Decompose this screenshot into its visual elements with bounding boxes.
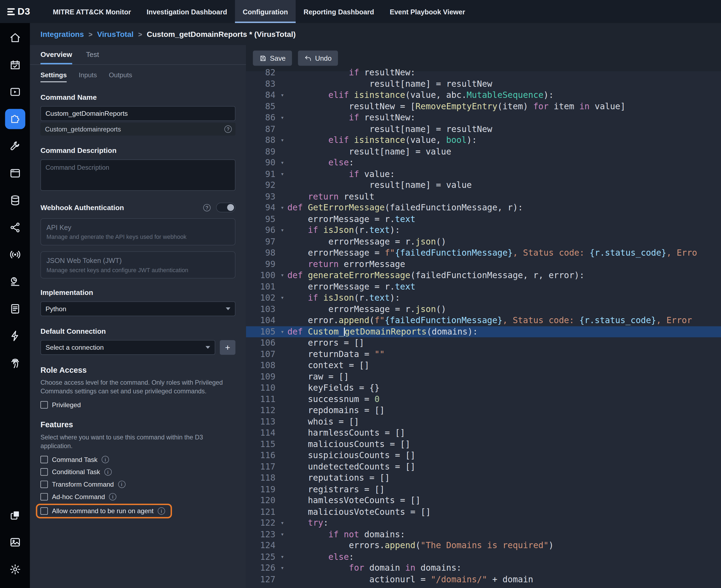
code-line-97[interactable]: 97errorMessage = r.json() xyxy=(246,236,721,247)
save-button[interactable]: Save xyxy=(253,50,292,66)
feature-transform-command[interactable]: Transform Command i xyxy=(40,480,236,488)
nav-configuration[interactable]: Configuration xyxy=(235,0,296,23)
code-line-109[interactable]: 109raw = [] xyxy=(246,371,721,382)
code-line-87[interactable]: 87result[name] = resultNew xyxy=(246,123,721,135)
sidebar-database-icon[interactable] xyxy=(0,187,30,214)
subtab-inputs[interactable]: Inputs xyxy=(79,71,97,82)
code-line-121[interactable]: 121maliciousVoteCounts = [] xyxy=(246,506,721,518)
sidebar-media-icon[interactable] xyxy=(0,528,30,555)
code-line-93[interactable]: 93return result xyxy=(246,191,721,202)
fold-arrow-icon[interactable]: ▾ xyxy=(277,326,287,337)
code-line-111[interactable]: 111successnum = 0 xyxy=(246,394,721,405)
code-line-83[interactable]: 83result[name] = resultNew xyxy=(246,78,721,90)
feature-conditional-task[interactable]: Conditional Task i xyxy=(40,468,236,476)
tab-overview[interactable]: Overview xyxy=(40,50,72,64)
default-connection-select[interactable]: Select a connection xyxy=(40,340,215,355)
subtab-settings[interactable]: Settings xyxy=(40,71,67,82)
fold-arrow-icon[interactable]: ▾ xyxy=(277,202,287,214)
feature-allow-run-on-agent[interactable]: Allow command to be run on agent i xyxy=(40,507,165,514)
fold-arrow-icon[interactable]: ▾ xyxy=(277,112,287,124)
code-line-114[interactable]: 114harmlessCounts = [] xyxy=(246,427,721,439)
jwt-card[interactable]: JSON Web Token (JWT) Manage secret keys … xyxy=(40,251,236,278)
info-icon[interactable]: i xyxy=(102,456,109,463)
command-task-checkbox[interactable] xyxy=(40,456,48,463)
code-line-94[interactable]: 94▾def GetErrorMessage(failedFunctionMes… xyxy=(246,202,721,214)
fold-arrow-icon[interactable]: ▾ xyxy=(277,292,287,303)
breadcrumb-virustotal[interactable]: VirusTotal xyxy=(97,29,134,38)
sidebar-gear-icon[interactable] xyxy=(0,555,30,583)
adhoc-command-checkbox[interactable] xyxy=(40,493,48,500)
code-line-99[interactable]: 99return errorMessage xyxy=(246,259,721,270)
fold-arrow-icon[interactable]: ▾ xyxy=(277,157,287,169)
fold-arrow-icon[interactable]: ▾ xyxy=(277,90,287,101)
code-line-113[interactable]: 113whois = [] xyxy=(246,416,721,427)
code-line-82[interactable]: 82if resultNew: xyxy=(246,67,721,78)
code-line-110[interactable]: 110keyFields = {} xyxy=(246,382,721,394)
sidebar-video-icon[interactable] xyxy=(0,78,30,105)
code-line-86[interactable]: 86▾if resultNew: xyxy=(246,112,721,124)
code-line-115[interactable]: 115maliciousCounts = [] xyxy=(246,439,721,450)
command-description-input[interactable]: Command Description xyxy=(40,160,236,191)
sidebar-broadcast-icon[interactable] xyxy=(0,241,30,268)
code-line-104[interactable]: 104error.append(f"{failedFunctionMessage… xyxy=(246,315,721,326)
info-icon[interactable]: i xyxy=(118,480,125,488)
feature-adhoc-command[interactable]: Ad-hoc Command i xyxy=(40,493,236,500)
breadcrumb-integrations[interactable]: Integrations xyxy=(40,29,84,38)
info-icon[interactable]: i xyxy=(109,493,116,500)
feature-command-task[interactable]: Command Task i xyxy=(40,456,236,463)
code-line-102[interactable]: 102▾if isJson(r.text): xyxy=(246,292,721,303)
code-line-117[interactable]: 117undetectedCounts = [] xyxy=(246,461,721,472)
fold-arrow-icon[interactable]: ▾ xyxy=(277,551,287,563)
fold-arrow-icon[interactable]: ▾ xyxy=(277,135,287,146)
sidebar-wrench-icon[interactable] xyxy=(0,132,30,160)
code-line-101[interactable]: 101errorMessage = r.text xyxy=(246,281,721,293)
code-line-98[interactable]: 98errorMessage = f"{failedFunctionMessag… xyxy=(246,247,721,259)
code-line-123[interactable]: 123▾if not domains: xyxy=(246,529,721,540)
sidebar-copy-icon[interactable] xyxy=(0,501,30,528)
code-line-119[interactable]: 119registrars = [] xyxy=(246,484,721,495)
nav-investigation-dashboard[interactable]: Investigation Dashboard xyxy=(139,0,235,23)
fold-arrow-icon[interactable]: ▾ xyxy=(277,529,287,540)
code-line-89[interactable]: 89result[name] = value xyxy=(246,146,721,157)
help-icon[interactable]: ? xyxy=(224,126,232,133)
code-line-85[interactable]: 85resultNew = [RemoveEmptyEntry(item) fo… xyxy=(246,101,721,112)
code-line-92[interactable]: 92result[name] = value xyxy=(246,180,721,191)
code-line-122[interactable]: 122▾try: xyxy=(246,518,721,529)
code-line-84[interactable]: 84▾elif isinstance(value, abc.MutableSeq… xyxy=(246,90,721,101)
fold-arrow-icon[interactable]: ▾ xyxy=(277,225,287,236)
subtab-outputs[interactable]: Outputs xyxy=(109,71,132,82)
info-icon[interactable]: i xyxy=(158,507,165,514)
code-line-112[interactable]: 112repdomains = [] xyxy=(246,405,721,416)
privileged-checkbox-row[interactable]: Privileged xyxy=(40,401,236,408)
fold-arrow-icon[interactable]: ▾ xyxy=(277,518,287,529)
nav-mitre-attck-monitor[interactable]: MITRE ATT&CK Monitor xyxy=(45,0,139,23)
code-line-103[interactable]: 103errorMessage = r.json() xyxy=(246,303,721,315)
code-line-88[interactable]: 88▾elif isinstance(value, bool): xyxy=(246,135,721,146)
nav-reporting-dashboard[interactable]: Reporting Dashboard xyxy=(296,0,382,23)
sidebar-window-icon[interactable] xyxy=(0,160,30,187)
code-line-116[interactable]: 116suspiciousCounts = [] xyxy=(246,450,721,461)
implementation-select[interactable]: Python xyxy=(40,301,236,316)
info-icon[interactable]: i xyxy=(104,468,112,476)
code-line-108[interactable]: 108context = [] xyxy=(246,360,721,371)
transform-command-checkbox[interactable] xyxy=(40,480,48,488)
code-line-125[interactable]: 125▾else: xyxy=(246,551,721,563)
add-connection-button[interactable]: + xyxy=(220,340,236,355)
allow-run-on-agent-checkbox[interactable] xyxy=(40,507,48,514)
sidebar-fingerprint-icon[interactable] xyxy=(0,349,30,376)
conditional-task-checkbox[interactable] xyxy=(40,468,48,476)
code-line-118[interactable]: 118reputations = [] xyxy=(246,472,721,484)
code-line-127[interactable]: 127actionurl = "/domains/" + domain xyxy=(246,574,721,585)
sidebar-lightning-icon[interactable] xyxy=(0,322,30,349)
code-line-100[interactable]: 100▾def generateErrorMessage(failedFunct… xyxy=(246,270,721,281)
api-key-card[interactable]: API Key Manage and generate the API keys… xyxy=(40,218,236,245)
d3-logo[interactable]: D3 xyxy=(0,0,39,23)
code-line-107[interactable]: 107returnData = "" xyxy=(246,349,721,360)
code-line-120[interactable]: 120hamlessVoteCounts = [] xyxy=(246,495,721,506)
help-icon[interactable]: ? xyxy=(203,204,211,211)
code-line-124[interactable]: 124errors.append("The Domains is require… xyxy=(246,540,721,551)
privileged-checkbox[interactable] xyxy=(40,401,48,408)
webhook-auth-toggle[interactable] xyxy=(216,203,236,212)
fold-arrow-icon[interactable]: ▾ xyxy=(277,168,287,180)
code-line-90[interactable]: 90▾else: xyxy=(246,157,721,169)
